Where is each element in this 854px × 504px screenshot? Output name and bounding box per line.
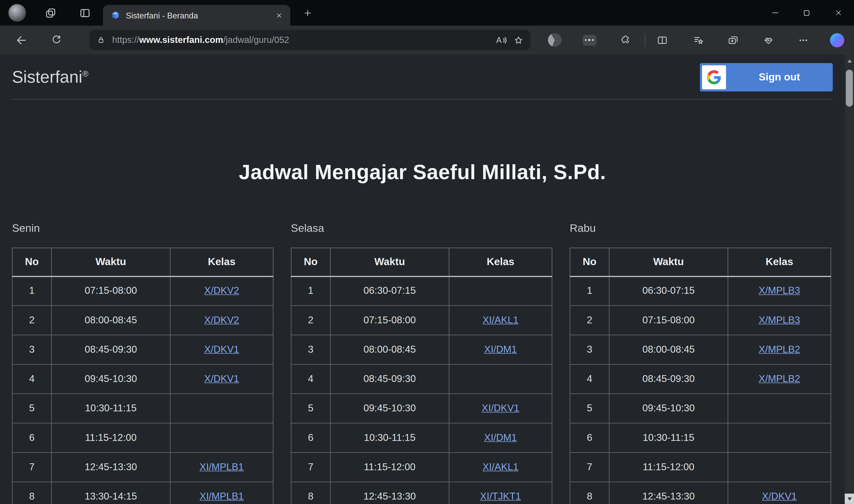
day-block-senin: SeninNoWaktuKelas107:15-08:00X/DKV2208:0…	[12, 220, 274, 504]
kelas-link[interactable]: X/MPLB2	[759, 373, 800, 384]
lock-icon[interactable]	[96, 35, 106, 45]
cell-no: 2	[570, 306, 609, 335]
cell-waktu: 08:00-08:45	[330, 335, 449, 364]
cell-waktu: 09:45-10:30	[330, 394, 449, 423]
kelas-link[interactable]: XI/MPLB1	[199, 491, 244, 502]
kelas-link[interactable]: X/DKV1	[762, 491, 797, 502]
table-row: 812:45-13:30X/DKV1	[570, 482, 831, 504]
cell-no: 7	[12, 452, 51, 482]
kelas-link[interactable]: X/MPLB3	[759, 285, 800, 296]
cell-no: 7	[291, 452, 330, 482]
cell-kelas: XI/TJKT1	[449, 482, 552, 504]
kelas-link[interactable]: X/MPLB3	[759, 315, 800, 326]
browser-tab[interactable]: Sisterfani - Beranda	[103, 5, 290, 25]
split-screen-button[interactable]	[654, 32, 670, 48]
scroll-down-button[interactable]	[845, 493, 854, 504]
signout-button[interactable]: Sign out	[700, 63, 833, 91]
cell-kelas: XI/MPLB1	[170, 482, 273, 504]
ellipsis-icon	[797, 34, 809, 46]
header-divider	[12, 99, 833, 100]
kelas-link[interactable]: XI/DKV1	[482, 403, 519, 414]
cell-no: 6	[12, 423, 51, 452]
table-row: 510:30-11:15	[12, 394, 273, 423]
cell-kelas	[449, 364, 552, 394]
kelas-link[interactable]: XI/AKL1	[483, 462, 519, 472]
browser-essentials-button[interactable]	[760, 32, 777, 48]
cell-waktu: 08:45-09:30	[609, 364, 728, 394]
back-button[interactable]	[11, 30, 32, 50]
settings-menu-button[interactable]	[795, 32, 812, 48]
favorites-hub-icon	[693, 34, 705, 46]
extension-button-1[interactable]	[546, 32, 562, 48]
workspaces-button[interactable]	[42, 5, 59, 21]
cell-no: 5	[570, 394, 609, 423]
cell-no: 6	[570, 423, 609, 452]
table-body: 106:30-07:15207:15-08:00XI/AKL1308:00-08…	[291, 276, 552, 504]
table-body: 107:15-08:00X/DKV2208:00-08:45X/DKV2308:…	[12, 276, 273, 504]
page-title: Jadwal Mengajar Saeful Millati, S.Pd.	[12, 160, 833, 184]
column-header: Kelas	[449, 248, 552, 276]
collections-button[interactable]	[725, 32, 741, 48]
tab-close-button[interactable]	[272, 8, 286, 22]
cell-waktu: 11:15-12:00	[609, 452, 728, 482]
copilot-button[interactable]	[829, 32, 845, 48]
kelas-link[interactable]: XI/AKL1	[483, 315, 519, 326]
day-label: Senin	[12, 220, 274, 236]
table-row: 308:00-08:45X/MPLB2	[570, 335, 831, 364]
cell-kelas: XI/DM1	[449, 335, 552, 364]
kelas-link[interactable]: X/DKV2	[204, 285, 239, 296]
cell-waktu: 10:30-11:15	[51, 394, 170, 423]
day-label: Selasa	[291, 220, 553, 236]
cell-kelas: X/DKV2	[170, 306, 273, 335]
kelas-link[interactable]: XI/MPLB1	[199, 462, 244, 472]
refresh-button[interactable]	[46, 30, 67, 50]
maximize-button[interactable]	[791, 0, 822, 25]
extensions-menu-button[interactable]	[616, 32, 633, 48]
scroll-up-icon	[847, 59, 852, 62]
cell-no: 5	[12, 394, 51, 423]
profile-avatar[interactable]	[8, 4, 26, 22]
new-tab-button[interactable]	[299, 4, 316, 21]
extension-button-2[interactable]	[581, 32, 597, 48]
kelas-link[interactable]: X/DKV1	[204, 373, 239, 384]
cell-waktu: 06:30-07:15	[609, 276, 728, 306]
tab-actions-button[interactable]	[77, 5, 93, 21]
kelas-link[interactable]: X/MPLB2	[759, 344, 800, 355]
table-row: 813:30-14:15XI/MPLB1	[12, 482, 273, 504]
cell-kelas: XI/MPLB1	[170, 452, 273, 482]
scrollbar[interactable]	[845, 54, 854, 504]
favorites-button[interactable]	[691, 32, 707, 48]
day-block-rabu: RabuNoWaktuKelas106:30-07:15X/MPLB3207:1…	[570, 220, 831, 504]
url-path: /jadwal/guru/052	[223, 35, 289, 45]
cell-no: 5	[291, 394, 330, 423]
schedule-table: NoWaktuKelas107:15-08:00X/DKV2208:00-08:…	[12, 248, 274, 504]
cell-no: 4	[570, 364, 609, 394]
cell-kelas: X/MPLB2	[728, 364, 831, 394]
favorite-star-button[interactable]	[510, 32, 527, 48]
table-row: 409:45-10:30X/DKV1	[12, 364, 273, 394]
toolbar-divider	[645, 34, 645, 47]
scrollbar-thumb[interactable]	[846, 70, 853, 107]
cell-waktu: 07:15-08:00	[51, 276, 170, 306]
cell-no: 3	[12, 335, 51, 364]
cell-no: 3	[291, 335, 330, 364]
close-window-button[interactable]	[822, 0, 854, 25]
scroll-up-button[interactable]	[845, 56, 854, 66]
cell-no: 8	[570, 482, 609, 504]
kelas-link[interactable]: XI/TJKT1	[480, 491, 521, 502]
minimize-button[interactable]	[759, 0, 791, 25]
minimize-icon	[772, 13, 778, 13]
cell-waktu: 12:45-13:30	[609, 482, 728, 504]
address-bar[interactable]: https://www.sisterfani.com/jadwal/guru/0…	[89, 30, 530, 50]
kelas-link[interactable]: X/DKV2	[204, 315, 239, 326]
cell-kelas: XI/AKL1	[449, 306, 552, 335]
table-row: 509:45-10:30	[570, 394, 831, 423]
google-logo-badge	[702, 65, 726, 89]
kelas-link[interactable]: XI/DM1	[484, 344, 517, 355]
cell-waktu: 08:45-09:30	[51, 335, 170, 364]
kelas-link[interactable]: XI/DM1	[484, 432, 517, 443]
header-row: NoWaktuKelas	[570, 248, 831, 276]
cell-kelas	[449, 276, 552, 306]
kelas-link[interactable]: X/DKV1	[204, 344, 239, 355]
read-aloud-button[interactable]: A	[492, 32, 510, 48]
